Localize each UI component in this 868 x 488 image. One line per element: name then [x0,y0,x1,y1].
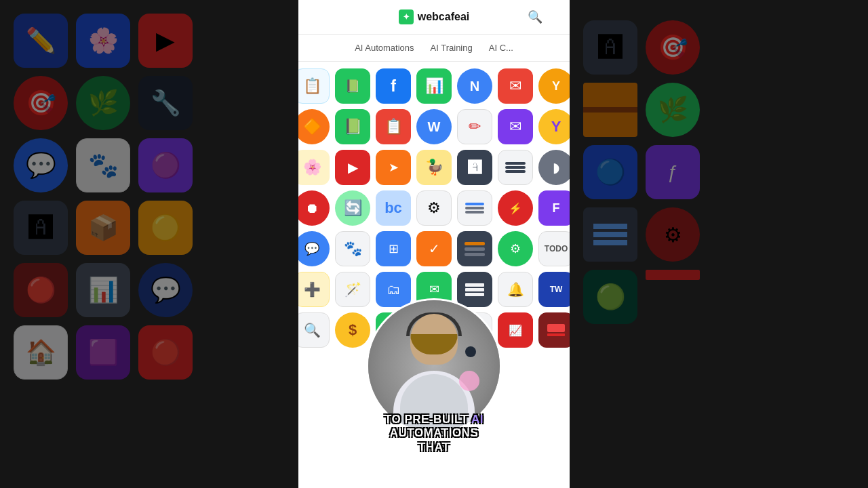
list-item[interactable]: 🪄 [335,272,370,307]
list-item[interactable]: ⚙ [416,190,452,226]
bg-icon [583,207,637,262]
bg-icon [646,270,700,280]
video-person [368,300,500,432]
list-item[interactable]: W [416,109,452,144]
bg-icon: 🏠 [14,325,68,380]
bg-icon: 🎯 [646,20,700,75]
bg-icon: 🌿 [646,83,700,137]
list-item[interactable]: 🔄 [335,190,370,226]
person-head [410,314,458,365]
icon-grid-container: 📋 📗 f 📊 N ✉ Y 🔶 📗 📋 W ✏ ✉ Y 🌸 ▶ ➤ 🦆 🅰 [298,62,570,488]
list-item[interactable] [457,231,492,266]
logo-area: ✦ webcafeai [399,9,469,24]
bg-icon: 🟡 [138,201,193,255]
list-item[interactable] [538,312,570,348]
list-item[interactable]: ➤ [376,150,411,185]
bg-icon: 💬 [14,138,68,192]
list-item[interactable]: ✉ [498,109,533,144]
bg-icon: 🌿 [76,76,130,130]
bg-icon: 🟪 [76,325,130,380]
bg-icon: 🎯 [14,76,68,130]
decoration [459,371,479,391]
nav-item-ai-training[interactable]: AI Training [431,41,473,54]
search-button[interactable]: 🔍 [528,9,542,24]
list-item[interactable]: 🌸 [298,150,330,185]
nav-bar: AI Automations AI Training AI C... [298,35,570,62]
bg-icon: ⚙ [646,207,700,262]
bg-icon: 📦 [76,201,130,255]
bg-icon: 💬 [138,263,193,317]
list-item[interactable]: ✓ [416,231,452,266]
list-item[interactable]: N [457,68,492,104]
list-item[interactable]: 🦆 [416,150,452,185]
list-item[interactable]: 🔍 [298,312,330,348]
bg-icon: 🅰 [583,20,637,75]
bg-icon: 🔵 [583,145,637,199]
list-item[interactable]: 🅰 [457,150,492,185]
list-item[interactable]: 💬 [298,231,330,266]
bg-right-panel: 🅰 🎯 🌿 🔵 ƒ ⚙ 🟢 [570,0,868,488]
list-item[interactable]: 🔶 [298,109,330,144]
list-item[interactable]: ⏺ [298,190,330,226]
list-item[interactable]: TODO [538,231,570,266]
list-item[interactable]: ▶ [335,150,370,185]
list-item[interactable]: ✉ [498,68,533,104]
nav-item-ai-automations[interactable]: AI Automations [355,41,414,54]
list-item[interactable]: f [376,68,411,104]
bg-left-panel: ✏️ 🌸 ▶ 🎯 🌿 🔧 💬 🐾 🟣 🅰 📦 🟡 🔴 📊 💬 🏠 🟪 🔴 [0,0,298,488]
bg-icon: 🐾 [76,138,130,192]
list-item[interactable]: ⚡ [498,190,533,226]
list-item[interactable]: 🐾 [335,231,370,266]
list-item[interactable]: F [538,190,570,226]
list-item[interactable]: 🔔 [498,272,533,307]
bg-icon: ƒ [646,145,700,199]
nav-item-ai-c[interactable]: AI C... [489,41,513,54]
bg-icon: 🌸 [76,14,130,68]
logo-icon: ✦ [399,9,414,24]
list-item[interactable]: 📋 [376,109,411,144]
list-item[interactable] [457,190,492,226]
bg-icon: ▶ [138,14,193,68]
bg-icon: 🔴 [14,263,68,317]
header: ✦ webcafeai 🔍 [298,0,570,35]
list-item[interactable]: Y [538,68,570,104]
logo-text: webcafeai [418,11,469,23]
bg-icon [583,83,637,137]
list-item[interactable]: $ [335,312,370,348]
list-item[interactable]: bc [376,190,411,226]
list-item[interactable]: Y [538,109,570,144]
bg-icon: 🔧 [138,76,193,130]
center-panel: ✦ webcafeai 🔍 AI Automations AI Training… [298,0,570,488]
bg-icon: 🔴 [138,325,193,380]
bg-icon: ✏️ [14,14,68,68]
list-item[interactable]: 📗 [335,68,370,104]
video-overlay [366,298,502,434]
list-item[interactable]: ✏ [457,109,492,144]
bg-icon: 🟢 [583,270,637,324]
list-item[interactable]: 📊 [416,68,452,104]
microphone-icon [465,346,476,357]
bg-icon: 🟣 [138,138,193,192]
list-item[interactable]: ⚙ [498,231,533,266]
bg-icon: 📊 [76,263,130,317]
list-item[interactable] [498,150,533,185]
bg-icon: 🅰 [14,201,68,255]
list-item[interactable]: ➕ [298,272,330,307]
list-item[interactable]: TW [538,272,570,307]
list-item[interactable]: ⊞ [376,231,411,266]
list-item[interactable]: 📋 [298,68,330,104]
list-item[interactable]: ◗ [538,150,570,185]
list-item[interactable]: 📈 [498,312,533,348]
overlay-text-line3: THAT [366,441,502,454]
list-item[interactable]: 📗 [335,109,370,144]
search-icon: 🔍 [528,10,542,24]
